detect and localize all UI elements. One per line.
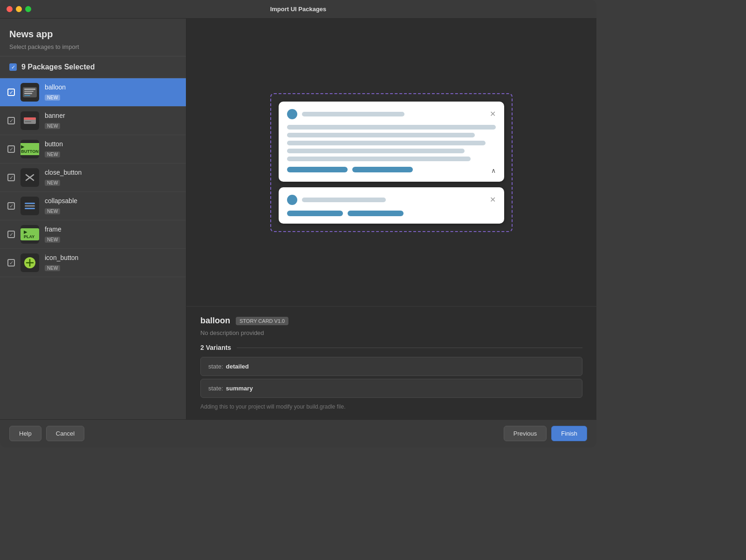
package-badge-banner: NEW [45,123,60,129]
package-info-collapsable: collapsable NEW [45,197,178,215]
app-title: News app [9,29,177,40]
packages-selected-label: 9 Packages Selected [21,63,95,71]
package-name-banner: banner [45,112,178,119]
svg-rect-1 [24,117,36,120]
preview-dot-2 [287,195,297,205]
detail-name-row: balloon STORY CARD V1.0 [200,316,582,326]
maximize-window-button[interactable] [25,6,31,12]
svg-rect-2 [25,121,31,122]
detail-note: Adding this to your project will modify … [200,403,582,410]
package-badge-icon-button: NEW [45,265,60,271]
sidebar-subtitle: Select packages to import [9,43,177,50]
package-item-collapsable[interactable]: collapsable NEW [0,192,186,220]
preview-line-1 [287,125,496,130]
preview-btn-4 [348,211,404,216]
preview-area: ✕ ∧ [186,19,596,306]
package-info-frame: frame NEW [45,225,178,243]
package-icon-button: ▶ BUTTON [21,140,39,158]
package-icon-icon-button [21,253,39,272]
svg-rect-7 [25,208,35,209]
preview-header-line-1 [302,112,404,116]
preview-lines-detailed [287,125,496,161]
variant-row-summary: state: summary [200,379,582,398]
cancel-button[interactable]: Cancel [46,426,84,441]
package-item-frame[interactable]: ▶ PLAY frame NEW [0,220,186,249]
main-content: News app Select packages to import 9 Pac… [0,19,596,419]
package-checkbox-collapsable[interactable] [7,202,15,210]
package-name-balloon: balloon [45,83,178,91]
bottom-right-buttons: Previous Finish [504,426,587,441]
package-item-banner[interactable]: banner NEW [0,107,186,135]
package-badge-frame: NEW [45,237,60,243]
packages-selected-row[interactable]: 9 Packages Selected [0,56,186,78]
package-icon-banner [21,111,39,130]
previous-button[interactable]: Previous [504,426,547,441]
package-checkbox-frame[interactable] [7,231,15,238]
preview-btn-2 [352,167,413,172]
package-checkbox-icon-button[interactable] [7,259,15,266]
package-checkbox-close-button[interactable] [7,174,15,181]
package-icon-frame: ▶ PLAY [21,225,39,244]
package-icon-balloon [21,83,39,102]
preview-header-line-2 [302,198,386,202]
right-panel: ✕ ∧ [186,19,596,419]
package-name-collapsable: collapsable [45,197,178,205]
preview-card-footer-summary [287,211,496,216]
traffic-lights [7,6,31,12]
bottom-left-buttons: Help Cancel [9,426,84,441]
package-badge-balloon: NEW [45,95,60,101]
package-item-button[interactable]: ▶ BUTTON button NEW [0,135,186,164]
preview-card-footer-detailed: ∧ [287,167,496,174]
preview-line-2 [287,133,475,137]
preview-line-3 [287,141,486,145]
preview-btn-3 [287,211,343,216]
detail-area: balloon STORY CARD V1.0 No description p… [186,306,596,419]
variants-header: 2 Variants [200,344,582,351]
sidebar: News app Select packages to import 9 Pac… [0,19,186,419]
package-checkbox-button[interactable] [7,145,15,153]
variant-key-0: state: [208,363,223,370]
package-icon-close-button [21,168,39,187]
preview-card-summary: ✕ [279,187,504,224]
close-window-button[interactable] [7,6,13,12]
package-name-frame: frame [45,225,178,233]
variant-value-0: detailed [226,363,249,370]
help-button[interactable]: Help [9,426,41,441]
preview-dot-1 [287,109,297,119]
variants-divider [237,348,582,348]
preview-line-5 [287,157,471,161]
package-icon-collapsable [21,197,39,215]
variants-title: 2 Variants [200,344,231,351]
finish-button[interactable]: Finish [551,426,587,441]
preview-close-2[interactable]: ✕ [490,195,496,204]
chevron-icon: ∧ [491,167,496,174]
package-item-close-button[interactable]: close_button NEW [0,164,186,192]
preview-dashed-border: ✕ ∧ [270,93,513,232]
detail-badge: STORY CARD V1.0 [236,317,288,325]
package-name-icon-button: icon_button [45,254,178,261]
select-all-checkbox[interactable] [9,63,17,71]
package-badge-close-button: NEW [45,180,60,186]
package-item-icon-button[interactable]: icon_button NEW [0,249,186,277]
variant-value-1: summary [226,385,253,392]
package-info-button: button NEW [45,140,178,158]
preview-close-1[interactable]: ✕ [490,109,496,118]
package-info-icon-button: icon_button NEW [45,254,178,272]
package-checkbox-balloon[interactable] [7,89,15,96]
minimize-window-button[interactable] [16,6,22,12]
variant-key-1: state: [208,385,223,392]
package-name-button: button [45,140,178,148]
package-info-close-button: close_button NEW [45,169,178,186]
bottom-bar: Help Cancel Previous Finish [0,419,596,447]
variant-row-detailed: state: detailed [200,357,582,376]
window-title: Import UI Packages [270,6,327,13]
package-name-close-button: close_button [45,169,178,176]
preview-line-4 [287,149,465,153]
package-badge-button: NEW [45,151,60,157]
package-list: balloon NEW banner NEW [0,78,186,419]
svg-rect-5 [25,203,35,204]
titlebar: Import UI Packages [0,0,596,19]
package-checkbox-banner[interactable] [7,117,15,124]
package-item-balloon[interactable]: balloon NEW [0,78,186,107]
preview-card-detailed: ✕ ∧ [279,102,504,182]
